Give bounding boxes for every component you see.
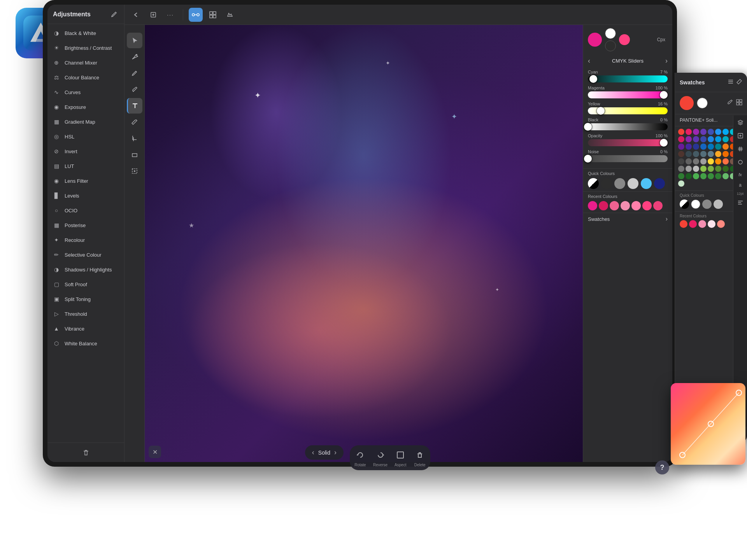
swatch-dot-49[interactable]: [708, 166, 714, 172]
ext-grid-icon[interactable]: [736, 99, 742, 107]
recent-4[interactable]: [621, 201, 630, 210]
swatch-dot-21[interactable]: [700, 144, 707, 150]
swatch-dot-55[interactable]: [686, 173, 692, 179]
recent-3[interactable]: [610, 201, 619, 210]
cyan-quick-swatch[interactable]: [641, 178, 652, 189]
swatch-dot-36[interactable]: [678, 158, 684, 164]
adjustment-item-posterise[interactable]: ▦ Posterise: [47, 218, 124, 233]
recent-2[interactable]: [599, 201, 608, 210]
swatch-dot-3[interactable]: [700, 129, 707, 135]
swatch-dot-56[interactable]: [693, 173, 699, 179]
adjustment-item-channel-mixer[interactable]: ⊕ Channel Mixer: [47, 55, 124, 70]
adjustment-item-curves[interactable]: ∿ Curves: [47, 85, 124, 100]
swatch-dot-58[interactable]: [708, 173, 714, 179]
crop-tool[interactable]: [127, 131, 142, 146]
brush-tool[interactable]: [127, 82, 142, 97]
swatch-dot-19[interactable]: [686, 144, 692, 150]
colour-mode-next[interactable]: ›: [665, 57, 668, 65]
adjustment-item-soft-proof[interactable]: ▢ Soft Proof: [47, 277, 124, 292]
swatch-dot-46[interactable]: [686, 166, 692, 172]
delete-btn[interactable]: Delete: [413, 448, 426, 467]
recent-1[interactable]: [588, 201, 597, 210]
ext-secondary-swatch[interactable]: [697, 98, 708, 108]
adjustment-item-selective-colour[interactable]: ✏ Selective Colour: [47, 247, 124, 262]
slider-track-5[interactable]: [588, 155, 668, 162]
adjustment-item-lut[interactable]: ▤ LUT: [47, 159, 124, 173]
ext-main-swatch[interactable]: [680, 96, 694, 110]
recent-5[interactable]: [631, 201, 641, 210]
swatch-dot-2[interactable]: [693, 129, 699, 135]
swatch-dot-39[interactable]: [700, 158, 707, 164]
ext-recent-4[interactable]: [708, 220, 715, 228]
trash-icon[interactable]: [81, 448, 91, 457]
main-colour-swatch[interactable]: [588, 33, 602, 47]
adjustment-item-recolour[interactable]: ✦ Recolour: [47, 233, 124, 247]
swatch-dot-9[interactable]: [678, 136, 684, 142]
ext-brush-icon[interactable]: [727, 99, 733, 107]
swatch-dot-60[interactable]: [722, 173, 729, 179]
adjustment-item-ocio[interactable]: ○ OCIO: [47, 203, 124, 218]
slider-track-3[interactable]: [588, 123, 668, 130]
swatch-dot-23[interactable]: [715, 144, 721, 150]
adjustment-item-black-white[interactable]: ◑ Black & White: [47, 26, 124, 40]
secondary-colour-swatch[interactable]: [605, 28, 616, 39]
swatch-dot-5[interactable]: [715, 129, 721, 135]
ext-transform-icon[interactable]: [736, 131, 745, 142]
swatch-dot-10[interactable]: [686, 136, 692, 142]
slider-thumb-2[interactable]: [597, 107, 605, 115]
slider-track-1[interactable]: [588, 91, 668, 98]
aspect-btn[interactable]: Aspect: [394, 448, 407, 467]
swatch-dot-4[interactable]: [708, 129, 714, 135]
ext-grid2-icon[interactable]: [736, 144, 745, 155]
swatch-dot-13[interactable]: [708, 136, 714, 142]
swatch-dot-12[interactable]: [700, 136, 707, 142]
swatch-dot-14[interactable]: [715, 136, 721, 142]
slider-thumb-5[interactable]: [584, 155, 592, 163]
lightgray-quick-swatch[interactable]: [628, 178, 638, 189]
adjustment-item-white-balance[interactable]: ⬡ White Balance: [47, 336, 124, 351]
export-mode-button[interactable]: [223, 8, 237, 22]
swatch-dot-59[interactable]: [715, 173, 721, 179]
pen-tool[interactable]: [127, 65, 142, 81]
adjustment-item-brightness-contrast[interactable]: ☀ Brightness / Contrast: [47, 40, 124, 55]
adjustment-item-split-toning[interactable]: ▣ Split Toning: [47, 292, 124, 306]
type-selector[interactable]: ‹ Solid ›: [305, 445, 344, 460]
swatch-dot-37[interactable]: [686, 158, 692, 164]
vector-mode-button[interactable]: [189, 8, 203, 22]
slider-track-2[interactable]: [588, 107, 668, 114]
adjustment-item-colour-balance[interactable]: ⚖ Colour Balance: [47, 70, 124, 85]
swatches-expand-icon[interactable]: ›: [666, 215, 668, 222]
new-doc-button[interactable]: [146, 8, 160, 22]
gray-quick-swatch[interactable]: [614, 178, 625, 189]
dark-quick-swatch[interactable]: [601, 178, 612, 189]
swatch-dot-11[interactable]: [693, 136, 699, 142]
swatch-dot-57[interactable]: [700, 173, 707, 179]
gradient-preview[interactable]: [671, 383, 745, 465]
adjustment-item-invert[interactable]: ⊘ Invert: [47, 144, 124, 159]
swatch-dot-45[interactable]: [678, 166, 684, 172]
swatch-dot-18[interactable]: [678, 144, 684, 150]
slider-thumb-1[interactable]: [660, 91, 668, 99]
slider-thumb-0[interactable]: [589, 75, 597, 83]
swatch-dot-47[interactable]: [693, 166, 699, 172]
swatch-dot-33[interactable]: [722, 151, 729, 157]
ext-recent-5[interactable]: [717, 220, 725, 228]
swatch-dot-50[interactable]: [715, 166, 721, 172]
ext-fx-icon[interactable]: fx: [737, 171, 743, 178]
adjustments-edit-icon[interactable]: [109, 10, 119, 19]
swatch-dot-6[interactable]: [722, 129, 729, 135]
adjustment-item-threshold[interactable]: ▷ Threshold: [47, 306, 124, 321]
slider-thumb-4[interactable]: [660, 139, 668, 147]
adjustment-item-exposure[interactable]: ◉ Exposure: [47, 100, 124, 114]
canvas-area[interactable]: ✦ ✦ ✦ ★ ✦ ✕: [145, 25, 583, 462]
swatch-dot-22[interactable]: [708, 144, 714, 150]
shape-tool[interactable]: [127, 147, 142, 163]
accent-colour-swatch[interactable]: [619, 34, 630, 45]
swatch-dot-51[interactable]: [722, 166, 729, 172]
ext-gray-swatch[interactable]: [702, 200, 712, 209]
ext-lightgray-swatch[interactable]: [714, 200, 723, 209]
adjustment-item-lens-filter[interactable]: ◉ Lens Filter: [47, 173, 124, 188]
swatch-dot-20[interactable]: [693, 144, 699, 150]
slider-thumb-3[interactable]: [584, 123, 592, 131]
back-button[interactable]: [129, 8, 143, 22]
